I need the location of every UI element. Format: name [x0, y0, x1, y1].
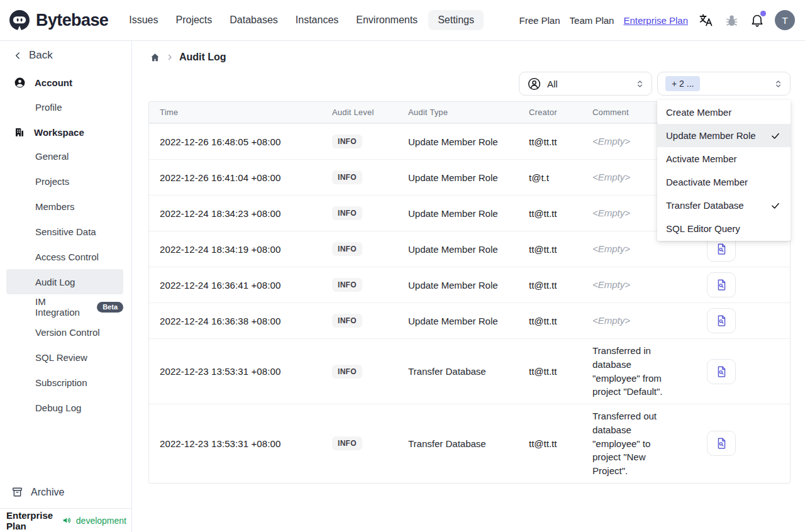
cell-time: 2022-12-24 16:36:41 +08:00 — [149, 275, 321, 296]
audit-level-badge: INFO — [332, 436, 362, 450]
menu-item-sql-editor-query[interactable]: SQL Editor Query — [657, 217, 791, 240]
settings-sidebar: Back Account Profile — [0, 41, 132, 532]
beta-badge: Beta — [97, 302, 123, 313]
sidebar-item-label: SQL Review — [35, 352, 87, 363]
cell-audit-type: Transfer Database — [397, 361, 518, 382]
person-filter-icon — [527, 77, 541, 91]
sidebar-item-label: Audit Log — [35, 277, 75, 287]
speaker-icon — [62, 515, 72, 526]
building-icon — [14, 126, 25, 138]
free-plan-link[interactable]: Free Plan — [519, 15, 560, 26]
enterprise-plan-link[interactable]: Enterprise Plan — [623, 15, 688, 26]
nav-settings[interactable]: Settings — [428, 10, 484, 30]
cell-creator: tt@tt.tt — [518, 275, 582, 296]
file-search-icon — [714, 278, 728, 292]
cell-time: 2022-12-24 18:34:19 +08:00 — [149, 239, 321, 260]
sidebar-item-projects[interactable]: Projects — [6, 169, 123, 194]
notification-dot — [760, 11, 766, 16]
team-plan-link[interactable]: Team Plan — [570, 15, 614, 26]
top-bar: Bytebase Issues Projects Databases Insta… — [0, 0, 805, 41]
view-detail-button[interactable] — [707, 359, 736, 384]
audit-type-filter-select[interactable]: + 2 ... — [657, 72, 791, 96]
sidebar-item-sensitive-data[interactable]: Sensitive Data — [6, 219, 123, 244]
section-workspace-label: Workspace — [34, 127, 84, 138]
cell-audit-type: Update Member Role — [397, 275, 518, 296]
audit-type-filter-value: + 2 ... — [665, 76, 700, 91]
view-detail-button[interactable] — [707, 431, 736, 456]
sidebar-item-label: Sensitive Data — [35, 226, 96, 237]
sidebar-bottom: Archive Enterprise Plan development — [0, 480, 131, 532]
archive-button[interactable]: Archive — [0, 480, 131, 504]
archive-label: Archive — [31, 487, 64, 498]
col-header-time: Time — [149, 108, 321, 117]
cell-comment: Transferred in database "employee" from … — [582, 339, 686, 404]
audit-level-badge: INFO — [332, 314, 362, 328]
file-search-icon — [714, 365, 728, 379]
main-content: Audit Log All + 2 ... — [132, 41, 805, 532]
file-search-icon — [714, 436, 728, 450]
sidebar-item-members[interactable]: Members — [6, 194, 123, 219]
menu-item-update-member-role[interactable]: Update Member Role — [657, 124, 791, 147]
top-right-cluster: Free Plan Team Plan Enterprise Plan — [519, 10, 795, 30]
sidebar-item-profile[interactable]: Profile — [6, 94, 123, 119]
cell-creator: tt@tt.tt — [518, 311, 582, 331]
cell-creator: t@t.t — [518, 167, 582, 188]
audit-level-badge: INFO — [332, 135, 362, 148]
sidebar-nav: Account Profile Workspace General — [0, 66, 131, 420]
sidebar-item-debug-log[interactable]: Debug Log — [6, 395, 123, 420]
table-row: 2022-12-24 16:36:41 +08:00 INFO Update M… — [149, 267, 790, 302]
bytebase-logo[interactable]: Bytebase — [9, 9, 108, 31]
cell-audit-type: Transfer Database — [397, 433, 518, 454]
cell-creator: tt@tt.tt — [518, 131, 582, 152]
menu-item-activate-member[interactable]: Activate Member — [657, 147, 791, 170]
page-shell: Back Account Profile — [0, 41, 805, 532]
file-search-icon — [714, 242, 728, 256]
bytebase-logo-icon — [9, 9, 30, 31]
cell-comment: Transferred out database "employee" to p… — [582, 404, 686, 483]
menu-item-transfer-database[interactable]: Transfer Database — [657, 194, 791, 217]
nav-databases[interactable]: Databases — [223, 10, 285, 30]
nav-issues[interactable]: Issues — [122, 10, 165, 30]
nav-instances[interactable]: Instances — [289, 10, 345, 30]
view-detail-button[interactable] — [707, 308, 736, 333]
bug-icon[interactable] — [723, 12, 740, 28]
sidebar-item-sql-review[interactable]: SQL Review — [6, 345, 123, 370]
cell-audit-type: Update Member Role — [397, 203, 518, 224]
section-account: Account — [0, 71, 131, 94]
breadcrumb-chevron-icon — [166, 53, 174, 61]
sidebar-item-label: Profile — [35, 102, 62, 113]
menu-item-label: SQL Editor Query — [666, 223, 740, 234]
environment-label: development — [76, 516, 126, 526]
translate-icon[interactable] — [697, 12, 714, 28]
nav-environments[interactable]: Environments — [349, 10, 425, 30]
check-icon — [770, 201, 780, 211]
audit-level-badge: INFO — [332, 365, 362, 379]
menu-item-label: Deactivate Member — [666, 177, 748, 187]
archive-box-icon — [11, 486, 23, 498]
menu-item-create-member[interactable]: Create Member — [657, 101, 791, 124]
chevron-left-icon — [13, 50, 23, 61]
cell-creator: tt@tt.tt — [518, 239, 582, 260]
avatar[interactable]: T — [775, 10, 795, 30]
bell-icon[interactable] — [749, 12, 765, 28]
home-icon[interactable] — [150, 52, 160, 63]
current-plan-label: Enterprise Plan — [6, 510, 58, 531]
sidebar-item-access-control[interactable]: Access Control — [6, 244, 123, 269]
sidebar-item-im-integration[interactable]: IM Integration Beta — [6, 294, 123, 319]
sidebar-footer: Enterprise Plan development — [0, 508, 131, 532]
sidebar-item-version-control[interactable]: Version Control — [6, 319, 123, 345]
back-button[interactable]: Back — [0, 41, 131, 66]
view-detail-button[interactable] — [707, 272, 736, 297]
nav-projects[interactable]: Projects — [169, 10, 219, 30]
creator-filter-select[interactable]: All — [519, 72, 652, 96]
menu-item-deactivate-member[interactable]: Deactivate Member — [657, 170, 791, 194]
sidebar-item-audit-log[interactable]: Audit Log — [6, 269, 123, 294]
section-workspace: Workspace — [0, 121, 131, 143]
sidebar-item-label: Projects — [35, 176, 69, 187]
audit-level-badge: INFO — [332, 170, 362, 184]
cell-creator: tt@tt.tt — [518, 203, 582, 224]
filter-toolbar: All + 2 ... — [148, 72, 791, 96]
sidebar-item-general[interactable]: General — [6, 143, 123, 169]
cell-time: 2022-12-26 16:41:04 +08:00 — [149, 167, 321, 188]
sidebar-item-subscription[interactable]: Subscription — [6, 370, 123, 395]
